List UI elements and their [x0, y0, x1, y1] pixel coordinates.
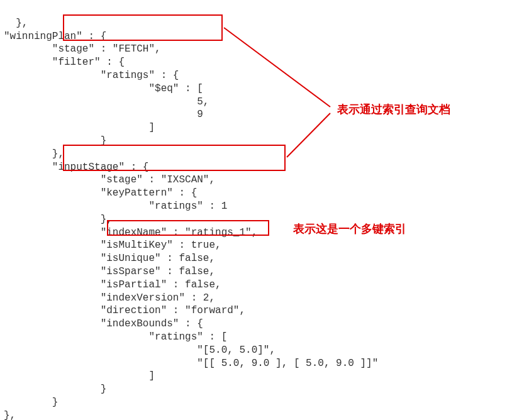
code-line: "ratings" : [ [4, 331, 227, 343]
code-line: "[[ 5.0, 9.0 ], [ 5.0, 9.0 ]]" [4, 358, 378, 369]
code-line: } [4, 135, 106, 146]
code-line: "isMultiKey" : true, [4, 240, 221, 251]
code-line: 9 [4, 109, 203, 120]
code-line: "stage" : "IXSCAN", [4, 174, 215, 185]
code-line: "isUnique" : false, [4, 253, 215, 264]
code-line: ] [4, 370, 155, 382]
code-line: "inputStage" : { [4, 162, 148, 173]
code-line: "filter" : { [4, 57, 125, 68]
annotation-multikey: 表示这是一个多键索引 [293, 222, 406, 236]
code-line: "isPartial" : false, [4, 279, 221, 290]
code-line: ] [4, 122, 155, 133]
code-line: "indexBounds" : { [4, 318, 203, 329]
code-line: "indexName" : "ratings_1", [4, 227, 257, 238]
code-line: "indexVersion" : 2, [4, 292, 215, 304]
code-line: "ratings" : { [4, 70, 179, 81]
code-line: "winningPlan" : { [4, 31, 106, 42]
code-line: 5, [4, 96, 209, 108]
code-line: "keyPattern" : { [4, 187, 197, 199]
json-code-block: }, "winningPlan" : { "stage" : "FETCH", … [4, 4, 525, 420]
code-line: }, [4, 214, 113, 225]
code-line: }, [4, 148, 64, 160]
code-line: "$eq" : [ [4, 83, 203, 94]
code-line: } [4, 384, 106, 395]
code-line: }, [16, 18, 28, 29]
code-line: } [4, 397, 58, 408]
code-line: "stage" : "FETCH", [4, 43, 161, 55]
code-line: }, [4, 410, 16, 420]
annotation-index-query: 表示通过索引查询文档 [337, 102, 450, 117]
code-line: "[5.0, 5.0]", [4, 345, 276, 356]
code-line: "isSparse" : false, [4, 266, 215, 277]
code-line: "ratings" : 1 [4, 201, 227, 212]
code-line: "direction" : "forward", [4, 305, 245, 316]
